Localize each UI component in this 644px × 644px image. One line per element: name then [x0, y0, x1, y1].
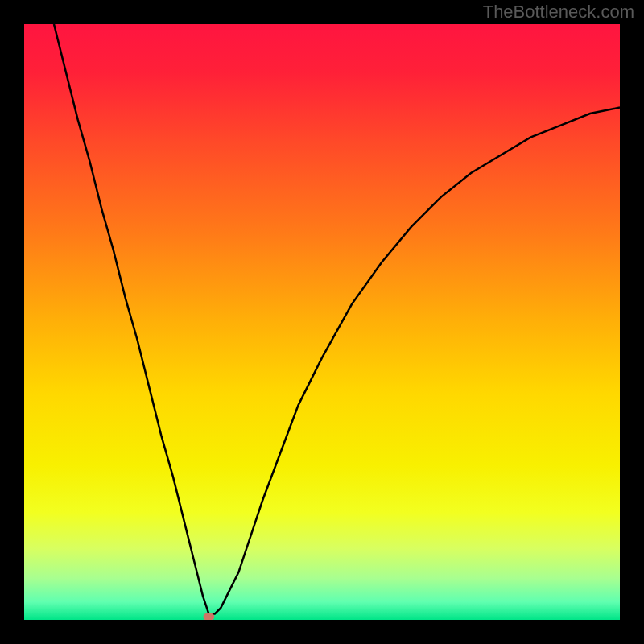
chart-frame [24, 24, 620, 620]
watermark: TheBottleneck.com [483, 2, 634, 23]
gradient-background [24, 24, 620, 620]
chart-svg [24, 24, 620, 620]
